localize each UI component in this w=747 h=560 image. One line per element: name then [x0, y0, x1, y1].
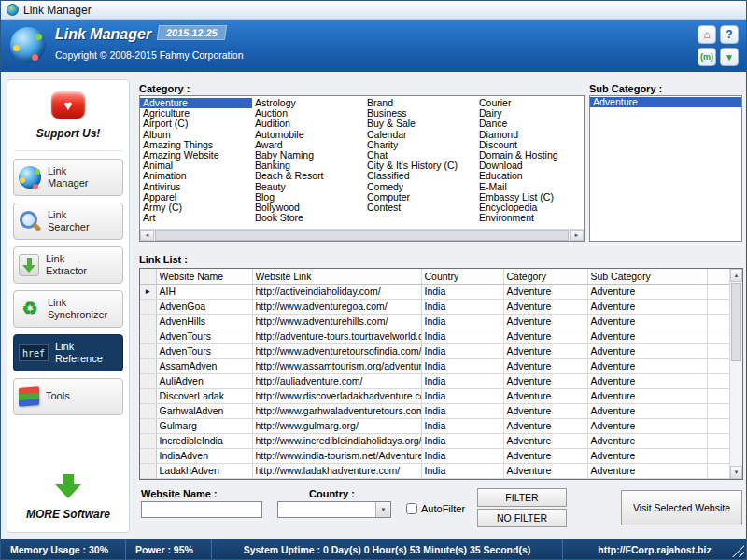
column-header[interactable]: Sub Category [587, 269, 707, 284]
category-item[interactable]: Discount [476, 140, 584, 150]
sidebar-item-manager[interactable]: Link Manager [13, 159, 123, 196]
vscrollbar-track[interactable] [730, 362, 742, 466]
category-item[interactable]: Embassy List (C) [476, 192, 584, 203]
category-item[interactable]: Domain & Hosting [476, 150, 584, 161]
sidebar-item-extractor[interactable]: Link Extractor [13, 246, 123, 284]
category-item[interactable]: Brand [364, 98, 476, 108]
autofilter-control[interactable]: AutoFilter [406, 503, 465, 514]
category-item[interactable]: Computer [364, 192, 476, 203]
table-row[interactable]: GarhwalAdvenhttp://www.garhwaladventuret… [140, 403, 729, 418]
grid-vscrollbar[interactable]: ▲ ▼ [729, 269, 742, 479]
category-item[interactable]: Calendar [364, 130, 476, 140]
category-item[interactable]: Amazing Things [140, 140, 252, 150]
table-row[interactable]: ►AIHhttp://activeindiaholiday.com/IndiaA… [140, 284, 729, 299]
category-item[interactable]: Army (C) [140, 203, 252, 213]
update-download-icon[interactable]: ▼ [720, 48, 739, 66]
category-item[interactable]: Bollywood [252, 203, 364, 213]
category-item[interactable]: Agriculture [140, 108, 252, 119]
country-dropdown[interactable]: ▼ [277, 501, 391, 518]
row-selector[interactable] [140, 388, 156, 403]
category-item[interactable]: Education [476, 171, 584, 181]
filter-button[interactable]: FILTER [477, 488, 567, 507]
autofilter-checkbox[interactable] [406, 503, 417, 514]
category-item[interactable]: City & It's History (C) [364, 161, 476, 171]
table-row[interactable]: IndiaAdvenhttp://www.india-tourism.net/A… [140, 448, 729, 463]
visit-selected-website-button[interactable]: Visit Selected Website [621, 490, 742, 525]
category-item[interactable]: Business [364, 108, 476, 119]
category-item[interactable]: Animation [140, 171, 252, 181]
category-item[interactable]: Antivirus [140, 182, 252, 192]
row-selector[interactable] [140, 418, 156, 433]
subcategory-item[interactable]: Adventure [590, 97, 741, 107]
row-selector[interactable] [140, 463, 156, 478]
messenger-icon[interactable]: (m) [698, 48, 716, 66]
table-row[interactable]: DiscoverLadakhttp://www.discoverladakhad… [140, 388, 729, 403]
support-us-button[interactable]: ♥ Support Us! [36, 88, 101, 142]
category-item[interactable]: Adventure [140, 98, 252, 108]
category-item[interactable]: Audition [252, 119, 364, 129]
scroll-up-arrow-icon[interactable]: ▲ [730, 269, 742, 282]
column-header[interactable]: Website Name [156, 269, 252, 284]
no-filter-button[interactable]: NO FILTER [477, 509, 567, 527]
hscrollbar-thumb[interactable] [155, 230, 569, 241]
help-icon[interactable]: ? [720, 25, 739, 44]
category-item[interactable]: Download [476, 161, 584, 171]
sidebar-item-tools[interactable]: Tools [13, 378, 123, 415]
table-row[interactable]: AssamAdvenhttp://www.assamtourism.org/ad… [140, 358, 729, 373]
category-item[interactable]: Charity [364, 140, 476, 150]
sidebar-item-reference[interactable]: hrefLink Reference [13, 334, 123, 371]
category-item[interactable]: Apparel [140, 192, 252, 203]
category-item[interactable]: Book Store [252, 213, 364, 223]
row-selector[interactable] [140, 358, 156, 373]
scroll-right-arrow-icon[interactable]: ► [570, 230, 584, 241]
column-header[interactable]: Country [421, 269, 503, 284]
row-selector[interactable] [140, 448, 156, 463]
column-header[interactable]: Category [503, 269, 587, 284]
table-row[interactable]: AdvenHillshttp://www.adventurehills.com/… [140, 314, 729, 329]
category-item[interactable]: Blog [252, 192, 364, 203]
category-item[interactable]: Beauty [252, 182, 364, 192]
chevron-down-icon[interactable]: ▼ [375, 502, 390, 517]
more-software-button[interactable]: MORE Software [26, 474, 110, 526]
category-item[interactable]: Album [140, 130, 252, 140]
row-selector[interactable] [140, 343, 156, 358]
category-item[interactable]: Buy & Sale [364, 119, 476, 129]
row-selector[interactable] [140, 403, 156, 418]
home-icon[interactable]: ⌂ [698, 25, 716, 44]
scroll-down-arrow-icon[interactable]: ▼ [730, 466, 742, 479]
table-row[interactable]: Gulmarghttp://www.gulmarg.org/IndiaAdven… [140, 418, 729, 433]
row-selector[interactable] [140, 329, 156, 343]
category-item[interactable]: Courier [476, 98, 584, 108]
row-selector[interactable] [140, 314, 156, 329]
category-item[interactable]: Diamond [476, 130, 584, 140]
category-item[interactable]: Contest [364, 203, 476, 213]
row-selector[interactable]: ► [140, 284, 156, 299]
category-item[interactable]: Award [252, 140, 364, 150]
table-row[interactable]: AuliAdvenhttp://auliadventure.com/IndiaA… [140, 373, 729, 388]
category-item[interactable]: Banking [252, 161, 364, 171]
category-item[interactable]: Auction [252, 108, 364, 119]
category-hscrollbar[interactable]: ◄ ► [140, 229, 584, 241]
category-item[interactable]: Astrology [252, 98, 364, 108]
category-item[interactable]: E-Mail [476, 182, 584, 192]
row-selector[interactable] [140, 433, 156, 448]
category-item[interactable]: Airport (C) [140, 119, 252, 129]
table-row[interactable]: AdvenTourshttp://www.adventuretoursofind… [140, 343, 729, 358]
scroll-left-arrow-icon[interactable]: ◄ [140, 230, 154, 241]
category-item[interactable]: Classified [364, 171, 476, 181]
category-item[interactable]: Art [140, 213, 252, 223]
category-item[interactable]: Automobile [252, 130, 364, 140]
category-item[interactable]: Environment [476, 213, 584, 223]
category-item[interactable]: Amazing Website [140, 150, 252, 161]
row-selector[interactable] [140, 299, 156, 314]
category-item[interactable]: Beach & Resort [252, 171, 364, 181]
vscrollbar-thumb[interactable] [731, 283, 741, 361]
table-row[interactable]: AdvenTourshttp://adventure-tours.tourtra… [140, 329, 729, 343]
sidebar-item-searcher[interactable]: Link Searcher [13, 203, 123, 240]
table-row[interactable]: IncredibleIndiahttp://www.incredibleindi… [140, 433, 729, 448]
category-item[interactable]: Comedy [364, 182, 476, 192]
row-selector[interactable] [140, 373, 156, 388]
website-name-input[interactable] [141, 501, 262, 518]
category-item[interactable]: Baby Naming [252, 150, 364, 161]
column-header[interactable]: Website Link [252, 269, 421, 284]
